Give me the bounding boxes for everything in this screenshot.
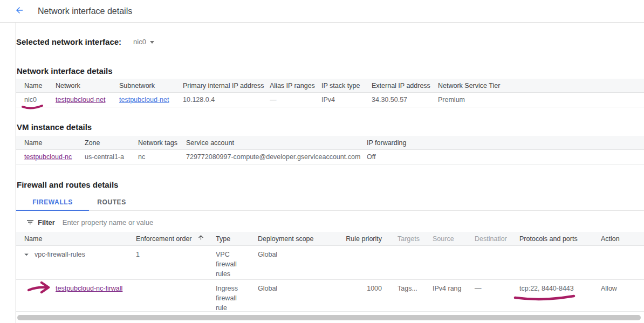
chevron-down-icon <box>150 41 154 44</box>
content-panel: Selected network interface: nic0 Network… <box>15 23 644 323</box>
filter-icon <box>26 218 35 226</box>
firewall-rule-link[interactable]: testpubcloud-nc-firwall <box>56 285 122 292</box>
collapse-triangle-icon[interactable] <box>22 250 31 259</box>
enforcement-order-label: Enforcement order <box>136 235 192 243</box>
col-service-account: Service account <box>186 139 367 147</box>
tab-firewalls[interactable]: FIREWALLS <box>16 194 89 211</box>
type-value: VPC firewall rules <box>216 250 249 279</box>
destination-value: — <box>463 284 507 293</box>
col-name: Name <box>16 82 56 90</box>
section-title-vm-instance: VM instance details <box>17 122 644 132</box>
col-primary-ip: Primary internal IP address <box>183 82 270 90</box>
selector-dropdown[interactable]: nic0 <box>133 38 154 46</box>
nic-name: nic0 <box>16 96 56 104</box>
firewall-routes-tabbar: FIREWALLS ROUTES <box>16 194 644 211</box>
deployment-scope-value: Global <box>258 250 340 259</box>
col-source: Source <box>421 235 463 243</box>
col-destination: Destination <box>463 235 507 243</box>
subnetwork-link[interactable]: testpubcloud-net <box>119 96 169 104</box>
selector-label: Selected network interface: <box>16 37 121 46</box>
table-row-testpubcloud-nc-firwall: testpubcloud-nc-firwall Ingress firewall… <box>16 280 644 312</box>
col-network-tags: Network tags <box>138 139 186 147</box>
section-title-network-interface: Network interface details <box>17 66 644 76</box>
col-targets: Targets <box>385 235 421 243</box>
rule-priority-value: 1000 <box>340 284 385 293</box>
action-value: Allow <box>588 284 644 293</box>
external-ip-value: 34.30.50.57 <box>372 96 438 104</box>
targets-value: Tags... <box>385 284 421 293</box>
col-external-ip: External IP address <box>372 82 438 90</box>
col-name: Name <box>16 235 136 243</box>
tab-routes[interactable]: ROUTES <box>89 194 134 211</box>
col-subnetwork: Subnetwork <box>119 82 183 90</box>
deployment-scope-value: Global <box>258 284 340 293</box>
primary-ip-value: 10.128.0.4 <box>183 96 270 104</box>
col-deployment-scope: Deployment scope <box>258 235 340 243</box>
network-link[interactable]: testpubcloud-net <box>56 96 105 104</box>
type-value: Ingress firewall rule <box>216 284 249 313</box>
table-row: testpubcloud-nc us-central1-a nc 7297720… <box>16 150 644 164</box>
table-header-row: Name Network Subnetwork Primary internal… <box>16 79 644 93</box>
horizontal-scrollbar <box>16 315 644 321</box>
back-button[interactable] <box>15 6 24 16</box>
col-rule-priority: Rule priority <box>340 235 385 243</box>
vm-instance-table: Name Zone Network tags Service account I… <box>16 136 644 164</box>
selector-value: nic0 <box>133 38 146 46</box>
col-alias-ranges: Alias IP ranges <box>270 82 321 90</box>
top-bar: Network interface details <box>0 0 644 23</box>
col-protocols-ports: Protocols and ports <box>507 235 588 243</box>
table-row-vpc-firewall-rules: vpc-firewall-rules 1 VPC firewall rules … <box>16 246 644 280</box>
network-interface-table: Name Network Subnetwork Primary internal… <box>16 79 644 107</box>
firewall-table: Name Enforcement order Type Deployment s… <box>16 232 644 312</box>
network-tags-value: nc <box>138 153 186 161</box>
col-enforcement-order[interactable]: Enforcement order <box>136 235 216 243</box>
enforcement-order-value: 1 <box>136 250 216 259</box>
col-action: Action <box>588 235 644 243</box>
col-network: Network <box>56 82 119 90</box>
col-zone: Zone <box>85 139 138 147</box>
col-name: Name <box>16 139 85 147</box>
col-service-tier: Network Service Tier <box>438 82 644 90</box>
service-account-value: 729772080997-compute@developer.gservicea… <box>186 153 367 161</box>
col-ip-forwarding: IP forwarding <box>367 139 644 147</box>
scrollbar-thumb[interactable] <box>17 315 641 320</box>
col-type: Type <box>216 235 258 243</box>
network-interface-selector: Selected network interface: nic0 <box>16 36 644 47</box>
table-header-row: Name Zone Network tags Service account I… <box>16 136 644 150</box>
firewall-group-name: vpc-firewall-rules <box>35 250 85 259</box>
alias-ranges-value: — <box>270 96 321 104</box>
filter-input[interactable] <box>63 218 644 226</box>
protocols-value: tcp:22, 8440-8443 <box>507 284 588 293</box>
section-title-firewall-routes: Firewall and routes details <box>17 180 644 190</box>
ip-stack-type-value: IPv4 <box>321 96 372 104</box>
page-title: Network interface details <box>38 6 132 16</box>
ip-forwarding-value: Off <box>367 153 644 161</box>
filter-label: Filter <box>38 218 55 226</box>
col-ip-stack-type: IP stack type <box>321 82 372 90</box>
filter-bar: Filter <box>16 215 644 230</box>
table-row: nic0 testpubcloud-net testpubcloud-net 1… <box>16 93 644 107</box>
service-tier-value: Premium <box>438 96 644 104</box>
sort-ascending-icon <box>197 235 204 243</box>
arrow-back-icon <box>15 5 24 17</box>
vm-instance-link[interactable]: testpubcloud-nc <box>24 153 72 161</box>
zone-value: us-central1-a <box>85 153 138 161</box>
table-header-row: Name Enforcement order Type Deployment s… <box>16 232 644 246</box>
source-value: IPv4 rang <box>421 284 463 293</box>
